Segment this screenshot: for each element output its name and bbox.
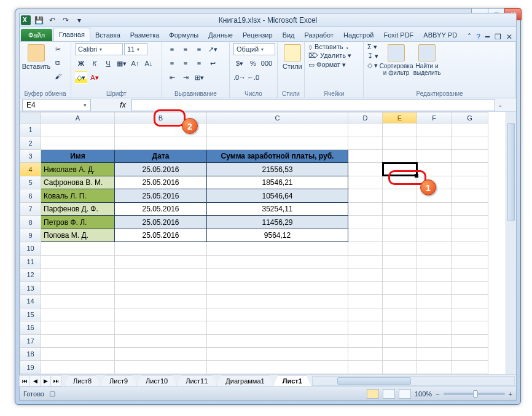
- cell-B10[interactable]: [115, 242, 207, 255]
- cell-B7[interactable]: 25.05.2016: [115, 202, 207, 215]
- cell-E9[interactable]: [383, 229, 417, 241]
- cell-A1[interactable]: [41, 124, 115, 136]
- insert-function-button[interactable]: fx: [115, 100, 130, 111]
- cell-D17[interactable]: [348, 334, 383, 347]
- cell-C3[interactable]: Сумма заработной платы, руб.: [207, 149, 348, 162]
- row-header-10[interactable]: 10: [20, 242, 41, 255]
- cell-F15[interactable]: [417, 308, 452, 321]
- cell-E14[interactable]: [383, 295, 417, 308]
- cell-G7[interactable]: [452, 202, 488, 215]
- cell-F18[interactable]: [417, 347, 452, 360]
- cell-A4[interactable]: Николаев А. Д.: [41, 163, 115, 176]
- sheet-nav-prev[interactable]: ◀: [29, 375, 41, 387]
- col-header-G[interactable]: G: [452, 112, 488, 124]
- select-all-corner[interactable]: [20, 112, 41, 124]
- cell-D19[interactable]: [348, 361, 383, 374]
- col-header-A[interactable]: A: [41, 112, 115, 124]
- cell-D11[interactable]: [348, 255, 383, 268]
- sheet-nav-next[interactable]: ▶: [40, 375, 51, 387]
- grow-font-icon[interactable]: A↑: [129, 57, 141, 69]
- cell-C18[interactable]: [207, 347, 348, 360]
- row-header-5[interactable]: 5: [20, 176, 41, 189]
- cell-D4[interactable]: [348, 163, 383, 176]
- row-header-3[interactable]: 3: [20, 149, 41, 162]
- cell-A2[interactable]: [41, 136, 115, 149]
- horizontal-scrollbar[interactable]: [312, 376, 515, 386]
- cell-E18[interactable]: [383, 347, 417, 360]
- sheet-tab-Диаграмма1[interactable]: Диаграмма1: [216, 375, 273, 386]
- cell-G4[interactable]: [452, 163, 488, 176]
- currency-icon[interactable]: $▾: [233, 57, 246, 69]
- name-box[interactable]: E4 ▾: [22, 99, 91, 111]
- cell-D14[interactable]: [348, 295, 383, 308]
- cell-C13[interactable]: [207, 281, 348, 294]
- cell-E16[interactable]: [383, 321, 417, 334]
- cell-G6[interactable]: [452, 189, 488, 202]
- align-left-icon[interactable]: ≡: [166, 57, 178, 69]
- cell-D13[interactable]: [348, 281, 383, 294]
- cell-F10[interactable]: [417, 242, 452, 255]
- cell-C17[interactable]: [207, 334, 348, 347]
- cell-A3[interactable]: Имя: [41, 149, 115, 162]
- cell-G2[interactable]: [452, 136, 488, 149]
- cell-B8[interactable]: 25.05.2016: [115, 216, 207, 229]
- cell-B4[interactable]: 25.05.2016: [115, 163, 207, 176]
- indent-dec-icon[interactable]: ⇤: [166, 71, 178, 84]
- tab-addins[interactable]: Надстрой: [338, 29, 378, 41]
- fill-button[interactable]: ↧ ▾: [367, 52, 378, 60]
- row-header-8[interactable]: 8: [20, 216, 41, 229]
- cell-D2[interactable]: [348, 136, 383, 149]
- cell-A15[interactable]: [41, 308, 115, 321]
- cell-A13[interactable]: [41, 281, 115, 294]
- align-middle-icon[interactable]: ≡: [179, 43, 192, 55]
- row-header-15[interactable]: 15: [20, 308, 41, 321]
- cell-B14[interactable]: [115, 295, 207, 308]
- cell-C5[interactable]: 18546,21: [207, 176, 348, 189]
- cell-B13[interactable]: [115, 281, 207, 294]
- row-header-7[interactable]: 7: [20, 202, 41, 215]
- sheet-tab-Лист10[interactable]: Лист10: [136, 375, 177, 386]
- cut-icon[interactable]: ✂: [52, 43, 64, 55]
- cell-C12[interactable]: [207, 269, 348, 281]
- cell-G18[interactable]: [452, 347, 488, 360]
- row-header-4[interactable]: 4: [20, 163, 41, 176]
- cell-G3[interactable]: [452, 149, 488, 162]
- cell-D7[interactable]: [348, 202, 383, 215]
- sheet-tab-Лист8[interactable]: Лист8: [64, 375, 101, 386]
- cell-D9[interactable]: [348, 229, 383, 241]
- underline-button[interactable]: Ч: [102, 57, 114, 69]
- comma-icon[interactable]: 000: [260, 57, 273, 69]
- cell-A17[interactable]: [41, 334, 115, 347]
- align-right-icon[interactable]: ≡: [193, 57, 205, 69]
- align-center-icon[interactable]: ≡: [179, 57, 192, 69]
- cell-A8[interactable]: Петров Ф. Л.: [41, 216, 115, 229]
- indent-inc-icon[interactable]: ⇥: [179, 71, 192, 84]
- doc-min-icon[interactable]: ━: [485, 33, 490, 41]
- clear-button[interactable]: ◇ ▾: [367, 61, 378, 69]
- cell-D18[interactable]: [348, 347, 383, 360]
- wrap-text-icon[interactable]: ↩: [206, 57, 219, 69]
- paste-button[interactable]: Вставить: [23, 43, 49, 71]
- cell-F11[interactable]: [417, 255, 452, 268]
- cell-C7[interactable]: 35254,11: [207, 202, 348, 215]
- align-top-icon[interactable]: ≡: [166, 43, 178, 55]
- sheet-nav-last[interactable]: ⏭: [50, 375, 61, 387]
- col-header-D[interactable]: D: [348, 112, 383, 124]
- cell-D5[interactable]: [348, 176, 383, 189]
- cell-G9[interactable]: [452, 229, 488, 241]
- sheet-nav-first[interactable]: ⏮: [19, 375, 30, 387]
- cell-C16[interactable]: [207, 321, 348, 334]
- font-name-combo[interactable]: Calibri▾: [75, 43, 123, 55]
- cells-delete-button[interactable]: ⌦ Удалить ▾: [308, 52, 351, 60]
- zoom-slider[interactable]: [444, 393, 505, 395]
- row-header-13[interactable]: 13: [20, 281, 41, 294]
- qat-save-icon[interactable]: 💾: [33, 15, 44, 26]
- qat-redo-icon[interactable]: ↷: [60, 15, 71, 26]
- tab-insert[interactable]: Вставка: [90, 29, 125, 41]
- tab-developer[interactable]: Разработ: [300, 29, 338, 41]
- cell-E3[interactable]: [383, 149, 417, 162]
- cell-E2[interactable]: [383, 136, 417, 149]
- inc-decimal-icon[interactable]: .0→: [233, 71, 246, 84]
- font-size-combo[interactable]: 11▾: [124, 43, 147, 55]
- cell-D6[interactable]: [348, 189, 383, 202]
